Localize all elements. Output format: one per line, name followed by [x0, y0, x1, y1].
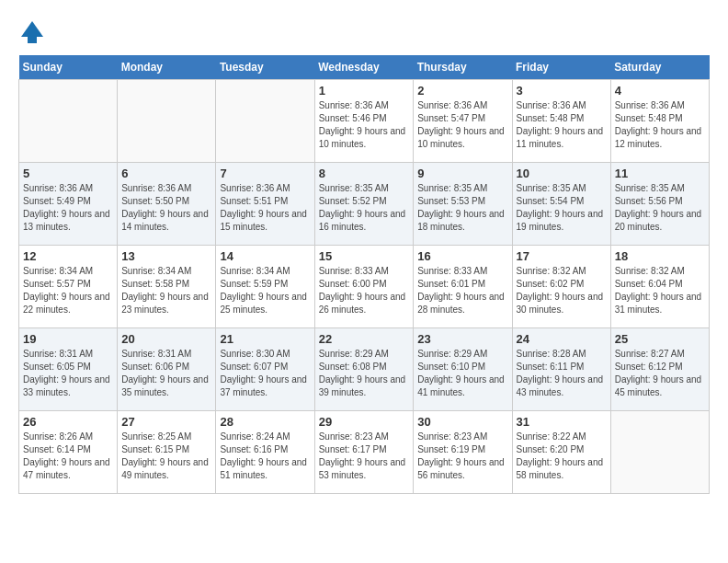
weekday-header: Saturday — [610, 55, 709, 80]
calendar-week-row: 12Sunrise: 8:34 AMSunset: 5:57 PMDayligh… — [19, 246, 710, 328]
day-number: 12 — [23, 249, 113, 263]
day-number: 20 — [121, 332, 211, 346]
day-number: 18 — [615, 249, 705, 263]
day-info: Sunrise: 8:32 AMSunset: 6:04 PMDaylight:… — [615, 265, 705, 316]
day-number: 24 — [517, 332, 607, 346]
weekday-header: Tuesday — [216, 55, 314, 80]
day-number: 9 — [417, 167, 507, 180]
day-number: 19 — [23, 332, 113, 346]
day-info: Sunrise: 8:22 AMSunset: 6:20 PMDaylight:… — [517, 431, 607, 482]
weekday-header: Sunday — [19, 55, 118, 80]
day-number: 29 — [319, 415, 410, 429]
day-info: Sunrise: 8:26 AMSunset: 6:14 PMDaylight:… — [23, 431, 113, 482]
logo — [18, 18, 48, 46]
day-number: 7 — [220, 167, 310, 180]
day-info: Sunrise: 8:34 AMSunset: 5:57 PMDaylight:… — [23, 265, 113, 316]
calendar-header-row: SundayMondayTuesdayWednesdayThursdayFrid… — [19, 55, 710, 80]
day-number: 5 — [23, 167, 113, 180]
calendar-cell: 25Sunrise: 8:27 AMSunset: 6:12 PMDayligh… — [610, 328, 709, 411]
weekday-header: Wednesday — [314, 55, 414, 80]
weekday-header: Monday — [118, 55, 216, 80]
calendar-cell: 23Sunrise: 8:29 AMSunset: 6:10 PMDayligh… — [414, 328, 512, 411]
day-info: Sunrise: 8:35 AMSunset: 5:53 PMDaylight:… — [417, 182, 507, 234]
calendar-cell: 7Sunrise: 8:36 AMSunset: 5:51 PMDaylight… — [216, 163, 314, 246]
day-info: Sunrise: 8:36 AMSunset: 5:50 PMDaylight:… — [121, 182, 211, 234]
day-number: 23 — [417, 332, 507, 346]
calendar-week-row: 19Sunrise: 8:31 AMSunset: 6:05 PMDayligh… — [19, 328, 710, 411]
day-info: Sunrise: 8:25 AMSunset: 6:15 PMDaylight:… — [121, 431, 211, 482]
day-info: Sunrise: 8:33 AMSunset: 6:01 PMDaylight:… — [417, 265, 507, 316]
day-info: Sunrise: 8:31 AMSunset: 6:06 PMDaylight:… — [121, 348, 211, 399]
day-info: Sunrise: 8:30 AMSunset: 6:07 PMDaylight:… — [220, 348, 310, 399]
day-info: Sunrise: 8:28 AMSunset: 6:11 PMDaylight:… — [517, 348, 607, 399]
day-info: Sunrise: 8:36 AMSunset: 5:47 PMDaylight:… — [417, 99, 507, 151]
day-info: Sunrise: 8:36 AMSunset: 5:46 PMDaylight:… — [319, 99, 410, 151]
calendar-cell: 11Sunrise: 8:35 AMSunset: 5:56 PMDayligh… — [610, 163, 709, 246]
calendar-cell: 6Sunrise: 8:36 AMSunset: 5:50 PMDaylight… — [118, 163, 216, 246]
day-info: Sunrise: 8:23 AMSunset: 6:19 PMDaylight:… — [417, 431, 507, 482]
day-info: Sunrise: 8:31 AMSunset: 6:05 PMDaylight:… — [23, 348, 113, 399]
calendar-cell: 24Sunrise: 8:28 AMSunset: 6:11 PMDayligh… — [512, 328, 610, 411]
day-info: Sunrise: 8:27 AMSunset: 6:12 PMDaylight:… — [615, 348, 705, 399]
day-info: Sunrise: 8:29 AMSunset: 6:10 PMDaylight:… — [417, 348, 507, 399]
calendar-cell: 3Sunrise: 8:36 AMSunset: 5:48 PMDaylight… — [512, 80, 610, 163]
day-number: 6 — [121, 167, 211, 180]
calendar-cell: 29Sunrise: 8:23 AMSunset: 6:17 PMDayligh… — [314, 411, 414, 494]
day-number: 31 — [517, 415, 607, 429]
calendar-cell: 30Sunrise: 8:23 AMSunset: 6:19 PMDayligh… — [414, 411, 512, 494]
day-number: 13 — [121, 249, 211, 263]
day-info: Sunrise: 8:29 AMSunset: 6:08 PMDaylight:… — [319, 348, 410, 399]
day-number: 3 — [517, 84, 607, 98]
calendar-cell: 15Sunrise: 8:33 AMSunset: 6:00 PMDayligh… — [314, 246, 414, 328]
svg-rect-1 — [28, 37, 37, 43]
day-number: 21 — [220, 332, 310, 346]
day-number: 10 — [517, 167, 607, 180]
calendar-cell — [118, 80, 216, 163]
day-number: 22 — [319, 332, 410, 346]
day-info: Sunrise: 8:32 AMSunset: 6:02 PMDaylight:… — [517, 265, 607, 316]
day-number: 30 — [417, 415, 507, 429]
calendar-cell: 31Sunrise: 8:22 AMSunset: 6:20 PMDayligh… — [512, 411, 610, 494]
calendar-table: SundayMondayTuesdayWednesdayThursdayFrid… — [18, 55, 710, 494]
calendar-cell — [610, 411, 709, 494]
calendar-cell: 19Sunrise: 8:31 AMSunset: 6:05 PMDayligh… — [19, 328, 118, 411]
day-info: Sunrise: 8:36 AMSunset: 5:48 PMDaylight:… — [615, 99, 705, 151]
calendar-cell: 12Sunrise: 8:34 AMSunset: 5:57 PMDayligh… — [19, 246, 118, 328]
calendar-cell: 4Sunrise: 8:36 AMSunset: 5:48 PMDaylight… — [610, 80, 709, 163]
day-number: 26 — [23, 415, 113, 429]
day-number: 8 — [319, 167, 410, 180]
calendar-cell: 21Sunrise: 8:30 AMSunset: 6:07 PMDayligh… — [216, 328, 314, 411]
weekday-header: Friday — [512, 55, 610, 80]
day-info: Sunrise: 8:36 AMSunset: 5:48 PMDaylight:… — [517, 99, 607, 151]
day-number: 14 — [220, 249, 310, 263]
day-number: 1 — [319, 84, 410, 98]
svg-marker-0 — [21, 21, 43, 37]
day-info: Sunrise: 8:34 AMSunset: 5:58 PMDaylight:… — [121, 265, 211, 316]
calendar-week-row: 26Sunrise: 8:26 AMSunset: 6:14 PMDayligh… — [19, 411, 710, 494]
calendar-week-row: 1Sunrise: 8:36 AMSunset: 5:46 PMDaylight… — [19, 80, 710, 163]
calendar-week-row: 5Sunrise: 8:36 AMSunset: 5:49 PMDaylight… — [19, 163, 710, 246]
weekday-header: Thursday — [414, 55, 512, 80]
day-number: 27 — [121, 415, 211, 429]
calendar-cell: 27Sunrise: 8:25 AMSunset: 6:15 PMDayligh… — [118, 411, 216, 494]
calendar-cell — [216, 80, 314, 163]
day-number: 17 — [517, 249, 607, 263]
calendar-cell: 9Sunrise: 8:35 AMSunset: 5:53 PMDaylight… — [414, 163, 512, 246]
calendar-cell: 8Sunrise: 8:35 AMSunset: 5:52 PMDaylight… — [314, 163, 414, 246]
day-info: Sunrise: 8:35 AMSunset: 5:56 PMDaylight:… — [615, 182, 705, 234]
calendar-cell: 1Sunrise: 8:36 AMSunset: 5:46 PMDaylight… — [314, 80, 414, 163]
calendar-cell: 14Sunrise: 8:34 AMSunset: 5:59 PMDayligh… — [216, 246, 314, 328]
day-info: Sunrise: 8:35 AMSunset: 5:54 PMDaylight:… — [517, 182, 607, 234]
day-number: 28 — [220, 415, 310, 429]
calendar-cell: 16Sunrise: 8:33 AMSunset: 6:01 PMDayligh… — [414, 246, 512, 328]
calendar-cell: 5Sunrise: 8:36 AMSunset: 5:49 PMDaylight… — [19, 163, 118, 246]
calendar-cell: 20Sunrise: 8:31 AMSunset: 6:06 PMDayligh… — [118, 328, 216, 411]
calendar-cell: 10Sunrise: 8:35 AMSunset: 5:54 PMDayligh… — [512, 163, 610, 246]
day-info: Sunrise: 8:36 AMSunset: 5:51 PMDaylight:… — [220, 182, 310, 234]
day-info: Sunrise: 8:34 AMSunset: 5:59 PMDaylight:… — [220, 265, 310, 316]
day-number: 11 — [615, 167, 705, 180]
day-info: Sunrise: 8:33 AMSunset: 6:00 PMDaylight:… — [319, 265, 410, 316]
calendar-cell: 13Sunrise: 8:34 AMSunset: 5:58 PMDayligh… — [118, 246, 216, 328]
calendar-cell: 17Sunrise: 8:32 AMSunset: 6:02 PMDayligh… — [512, 246, 610, 328]
calendar-cell: 28Sunrise: 8:24 AMSunset: 6:16 PMDayligh… — [216, 411, 314, 494]
